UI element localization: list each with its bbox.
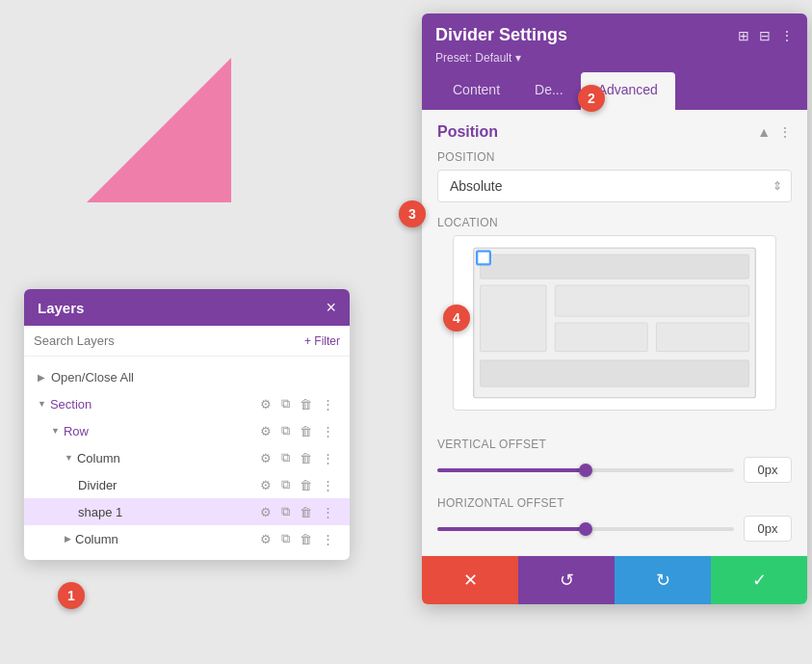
location-grid-svg — [463, 246, 766, 400]
position-collapse-button[interactable]: ▲ — [757, 124, 771, 140]
layers-search-bar: + Filter — [24, 326, 350, 357]
divider-gear-icon[interactable]: ⚙ — [258, 477, 274, 493]
divider-icons: ⚙ ⧉ 🗑 ⋮ — [258, 476, 336, 493]
horizontal-offset-row: 0px — [437, 516, 792, 542]
badge-2: 2 — [578, 85, 605, 112]
svg-rect-2 — [481, 285, 547, 352]
location-label: Location — [437, 216, 792, 229]
column2-icons: ⚙ ⧉ 🗑 ⋮ — [258, 530, 336, 547]
column2-gear-icon[interactable]: ⚙ — [258, 531, 274, 547]
row-dots-icon[interactable]: ⋮ — [320, 423, 336, 439]
column2-dots-icon[interactable]: ⋮ — [320, 531, 336, 547]
divider-copy-icon[interactable]: ⧉ — [279, 476, 292, 493]
layers-close-button[interactable]: × — [326, 299, 336, 316]
section-gear-icon[interactable]: ⚙ — [258, 396, 274, 412]
open-close-label: Open/Close All — [51, 370, 134, 385]
horizontal-offset-slider-track[interactable] — [437, 527, 734, 531]
section-copy-icon[interactable]: ⧉ — [279, 395, 292, 412]
section-label: Section — [50, 397, 258, 412]
section-icons: ⚙ ⧉ 🗑 ⋮ — [258, 395, 336, 412]
layers-open-close[interactable]: ▶ Open/Close All — [24, 364, 350, 390]
svg-rect-7 — [477, 252, 490, 265]
location-grid — [463, 246, 766, 400]
settings-more-icon[interactable]: ⋮ — [780, 28, 794, 43]
settings-header-icons: ⊞ ⊟ ⋮ — [738, 28, 794, 43]
layer-item-divider[interactable]: Divider ⚙ ⧉ 🗑 ⋮ — [24, 471, 350, 498]
section-dots-icon[interactable]: ⋮ — [320, 396, 336, 412]
tab-content[interactable]: Content — [435, 72, 517, 110]
column-copy-icon[interactable]: ⧉ — [279, 449, 292, 466]
row-copy-icon[interactable]: ⧉ — [279, 422, 292, 439]
row-gear-icon[interactable]: ⚙ — [258, 423, 274, 439]
row-arrow-icon: ▼ — [51, 426, 60, 436]
horizontal-offset-slider-thumb[interactable] — [579, 522, 592, 536]
layers-search-input[interactable] — [34, 333, 297, 348]
position-section-header: Position ▲ ⋮ — [422, 110, 807, 150]
horizontal-offset-group: Horizontal Offset 0px — [422, 496, 807, 555]
confirm-button[interactable]: ✓ — [711, 556, 807, 604]
layers-header: Layers × — [24, 289, 350, 326]
vertical-offset-slider-fill — [437, 468, 586, 472]
vertical-offset-group: Vertical Offset 0px — [422, 438, 807, 496]
layer-item-row[interactable]: ▼ Row ⚙ ⧉ 🗑 ⋮ — [24, 417, 350, 444]
layer-item-section[interactable]: ▼ Section ⚙ ⧉ 🗑 ⋮ — [24, 390, 350, 417]
shape1-icons: ⚙ ⧉ 🗑 ⋮ — [258, 503, 336, 520]
shape1-copy-icon[interactable]: ⧉ — [279, 503, 292, 520]
settings-preset[interactable]: Preset: Default ▾ — [435, 51, 794, 65]
column2-trash-icon[interactable]: 🗑 — [298, 531, 314, 547]
preset-label: Preset: Default — [435, 51, 511, 65]
position-section-controls: ▲ ⋮ — [757, 124, 792, 140]
layer-item-column2[interactable]: ▶ Column ⚙ ⧉ 🗑 ⋮ — [24, 525, 350, 552]
column2-copy-icon[interactable]: ⧉ — [279, 530, 292, 547]
divider-trash-icon[interactable]: 🗑 — [298, 477, 314, 493]
tab-design[interactable]: De... — [517, 72, 581, 110]
layers-title: Layers — [38, 300, 84, 316]
row-trash-icon[interactable]: 🗑 — [298, 423, 314, 439]
column-trash-icon[interactable]: 🗑 — [298, 450, 314, 466]
settings-grid-icon[interactable]: ⊟ — [759, 28, 771, 43]
layers-panel: Layers × + Filter ▶ Open/Close All ▼ Sec… — [24, 289, 350, 560]
row-icons: ⚙ ⧉ 🗑 ⋮ — [258, 422, 336, 439]
position-select-wrapper: Default Absolute Fixed Relative ⇕ — [437, 170, 792, 202]
column-gear-icon[interactable]: ⚙ — [258, 450, 274, 466]
column-label: Column — [77, 451, 258, 465]
shape1-trash-icon[interactable]: 🗑 — [298, 504, 314, 520]
position-field-label: Position — [437, 150, 792, 164]
triangle-shape — [87, 58, 231, 202]
redo-button[interactable]: ↻ — [615, 556, 711, 604]
horizontal-offset-value[interactable]: 0px — [744, 516, 792, 542]
badge-1: 1 — [58, 582, 85, 609]
cancel-button[interactable]: ✕ — [422, 556, 518, 604]
reset-button[interactable]: ↺ — [518, 556, 615, 604]
position-select[interactable]: Default Absolute Fixed Relative — [437, 170, 792, 202]
column-dots-icon[interactable]: ⋮ — [320, 450, 336, 466]
divider-dots-icon[interactable]: ⋮ — [320, 477, 336, 493]
settings-title-row: Divider Settings ⊞ ⊟ ⋮ — [435, 25, 794, 45]
divider-label: Divider — [78, 478, 258, 492]
shape1-label: shape 1 — [78, 505, 258, 519]
row-label: Row — [64, 424, 258, 438]
horizontal-offset-label: Horizontal Offset — [437, 496, 792, 510]
horizontal-offset-slider-fill — [437, 527, 586, 531]
svg-rect-3 — [555, 285, 748, 316]
settings-header: Divider Settings ⊞ ⊟ ⋮ Preset: Default ▾… — [422, 13, 807, 110]
svg-rect-1 — [481, 254, 749, 279]
vertical-offset-slider-track[interactable] — [437, 468, 734, 472]
vertical-offset-row: 0px — [437, 457, 792, 483]
shape1-gear-icon[interactable]: ⚙ — [258, 504, 274, 520]
badge-4: 4 — [443, 305, 470, 332]
position-section-title: Position — [437, 123, 498, 141]
position-more-button[interactable]: ⋮ — [778, 124, 792, 140]
section-trash-icon[interactable]: 🗑 — [298, 396, 314, 412]
preset-arrow-icon: ▾ — [515, 51, 521, 65]
location-group: Location — [422, 216, 807, 438]
vertical-offset-slider-thumb[interactable] — [579, 464, 592, 477]
layer-item-column[interactable]: ▼ Column ⚙ ⧉ 🗑 ⋮ — [24, 444, 350, 471]
filter-button[interactable]: + Filter — [304, 334, 340, 348]
shape1-dots-icon[interactable]: ⋮ — [320, 504, 336, 520]
location-grid-container[interactable] — [453, 235, 776, 411]
layer-item-shape1[interactable]: shape 1 ⚙ ⧉ 🗑 ⋮ — [24, 498, 350, 525]
column2-arrow-icon: ▶ — [65, 534, 71, 544]
settings-expand-icon[interactable]: ⊞ — [738, 28, 749, 43]
vertical-offset-value[interactable]: 0px — [744, 457, 792, 483]
